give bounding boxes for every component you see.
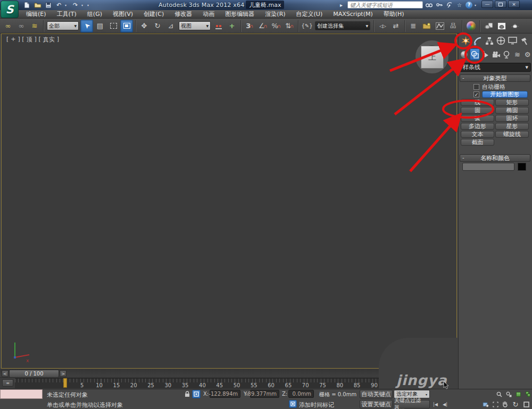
schematic-view-button[interactable]: 品 — [447, 20, 460, 32]
undo-button[interactable]: ↶ — [54, 1, 63, 9]
subscription-key-icon[interactable] — [435, 1, 443, 9]
menu-item-10[interactable]: MAXScript(M) — [328, 10, 378, 19]
object-type-button-螺旋线[interactable]: 螺旋线 — [495, 131, 529, 138]
auto-key-button[interactable]: 自动关键点 — [360, 390, 393, 398]
rectangular-selection-region-button[interactable] — [107, 20, 120, 32]
track-bar-ruler[interactable]: 051015202530354045505560657075808590 — [15, 378, 379, 388]
search-binoculars-icon[interactable] — [425, 1, 433, 9]
maximize-button[interactable] — [495, 1, 506, 8]
add-time-tag-label[interactable]: 添加时间标记 — [299, 401, 334, 409]
select-and-rotate-button[interactable]: ↻ — [151, 20, 164, 32]
zoom-extents-all-icon[interactable] — [523, 390, 532, 398]
object-type-button-截面[interactable]: 截面 — [461, 139, 494, 146]
menu-item-2[interactable]: 组(G) — [82, 10, 107, 19]
start-new-shape-row[interactable]: ✓ 开始新图形 — [473, 91, 528, 98]
close-button[interactable]: × — [508, 1, 520, 8]
z-coordinate-field[interactable]: 0.0mm — [288, 390, 314, 398]
rendered-frame-window-button[interactable] — [495, 20, 508, 32]
y-coordinate-field[interactable]: -89.377mm — [250, 390, 279, 398]
autogrid-checkbox[interactable] — [473, 84, 479, 90]
rollout-object-type[interactable]: - 对象类型 — [460, 74, 530, 82]
tab-hierarchy[interactable] — [484, 35, 495, 47]
save-file-button[interactable] — [44, 1, 53, 9]
maxscript-mini-listener[interactable] — [0, 389, 43, 399]
open-mini-curve-editor-button[interactable]: ≡ — [2, 379, 13, 387]
help-icon[interactable]: ? — [466, 2, 472, 9]
tab-geometry[interactable] — [459, 48, 469, 60]
zoom-icon[interactable] — [495, 390, 503, 398]
tab-space-warps[interactable]: ≋ — [512, 48, 522, 60]
viewcube[interactable]: 上 — [411, 36, 454, 79]
next-frame-button[interactable]: > — [60, 370, 66, 377]
object-type-button-多边形[interactable]: 多边形 — [461, 123, 494, 130]
viewport-menu-view[interactable]: 顶 — [26, 36, 33, 44]
add-time-tag-icon[interactable] — [289, 400, 297, 408]
object-type-button-弧[interactable]: 弧 — [461, 115, 494, 122]
selection-brackets-icon[interactable] — [491, 400, 500, 408]
select-and-scale-button[interactable]: ⊿ — [164, 20, 177, 32]
autogrid-checkbox-row[interactable]: 自动栅格 — [473, 83, 505, 91]
tab-lights[interactable] — [480, 48, 491, 60]
search-input[interactable] — [347, 1, 423, 9]
viewcube-top-face[interactable]: 上 — [421, 46, 444, 69]
redo-flyout-arrow[interactable]: ▾ — [81, 3, 86, 7]
render-setup-button[interactable] — [482, 20, 495, 32]
menu-item-0[interactable]: 编辑(E) — [21, 10, 51, 19]
selection-lock-icon[interactable] — [183, 390, 192, 398]
object-type-button-椭圆[interactable]: 椭圆 — [495, 107, 529, 114]
set-key-button[interactable]: 设置关键点 — [360, 400, 393, 408]
undo-flyout-arrow[interactable]: ▾ — [65, 3, 69, 7]
object-color-swatch[interactable] — [518, 163, 526, 171]
time-slider-handle[interactable]: 0 / 100 — [9, 370, 59, 378]
pan-hand-icon[interactable] — [501, 400, 509, 408]
zoom-all-icon[interactable] — [504, 390, 513, 398]
select-and-link-icon[interactable]: ∞ — [2, 20, 14, 32]
curve-editor-button[interactable] — [434, 20, 446, 32]
tab-utilities[interactable] — [519, 35, 530, 47]
percent-snap-toggle-button[interactable]: %∩ — [270, 20, 282, 32]
select-by-name-button[interactable]: ▤ — [94, 20, 106, 32]
select-object-button[interactable]: ➤ — [80, 20, 93, 32]
window-crossing-toggle[interactable] — [120, 20, 133, 32]
qat-customize-arrow[interactable]: ▾ — [87, 3, 92, 7]
start-new-shape-button[interactable]: 开始新图形 — [482, 91, 528, 98]
key-filters-button[interactable]: 关键点过滤器... — [394, 400, 430, 408]
absolute-mode-toggle[interactable] — [192, 390, 201, 398]
bind-to-space-warp-icon[interactable]: ≋ — [28, 20, 41, 32]
viewport-menu-shading[interactable]: 真实 — [43, 36, 55, 44]
menu-item-5[interactable]: 修改器 — [170, 10, 197, 19]
orbit-icon[interactable]: ↻ — [511, 400, 520, 408]
object-type-button-矩形[interactable]: 矩形 — [495, 99, 529, 106]
tab-create[interactable] — [460, 35, 471, 47]
select-and-manipulate-button[interactable]: + — [226, 20, 238, 32]
redo-button[interactable]: ↷ — [71, 1, 80, 9]
start-new-shape-checkbox[interactable]: ✓ — [473, 91, 479, 97]
viewport-top[interactable]: [ + ] [ 顶 ] [ 真实 ] 上 x — [1, 34, 457, 369]
communication-center-icon[interactable] — [445, 1, 453, 9]
reference-coordinate-dropdown[interactable]: 视图 ▼ — [179, 21, 211, 30]
menu-item-6[interactable]: 动画 — [198, 10, 219, 19]
layer-manager-button[interactable]: ≣ — [407, 20, 420, 32]
material-editor-button[interactable] — [464, 20, 477, 32]
object-name-input[interactable] — [462, 163, 514, 171]
help-flyout-arrow[interactable]: ▾ — [475, 3, 479, 7]
shape-category-dropdown[interactable]: 样条线 ▼ — [460, 63, 531, 72]
scene-explorer-button[interactable] — [420, 20, 433, 32]
tab-shapes[interactable] — [470, 48, 480, 60]
edit-named-selection-sets-button[interactable]: {✎} — [301, 20, 313, 32]
tab-motion[interactable] — [495, 35, 506, 47]
viewport-menu-general[interactable]: + — [10, 36, 16, 44]
maximize-viewport-toggle[interactable] — [522, 400, 530, 408]
open-file-button[interactable] — [33, 1, 42, 9]
favorites-star-icon[interactable]: ☆ — [455, 1, 463, 9]
menu-item-7[interactable]: 图形编辑器 — [220, 10, 259, 19]
rollout-name-color[interactable]: - 名称和颜色 — [460, 154, 530, 162]
key-mode-toggle-icon[interactable] — [481, 400, 490, 408]
minimize-button[interactable]: — — [481, 1, 493, 8]
spinner-snap-toggle-button[interactable]: ⇅∩ — [283, 20, 296, 32]
object-type-button-圆环[interactable]: 圆环 — [495, 115, 529, 122]
x-coordinate-field[interactable]: -122.894m — [210, 390, 240, 398]
zoom-extents-icon[interactable] — [514, 390, 522, 398]
go-to-start-button[interactable]: |◀ — [431, 400, 440, 408]
new-file-button[interactable] — [22, 1, 31, 9]
